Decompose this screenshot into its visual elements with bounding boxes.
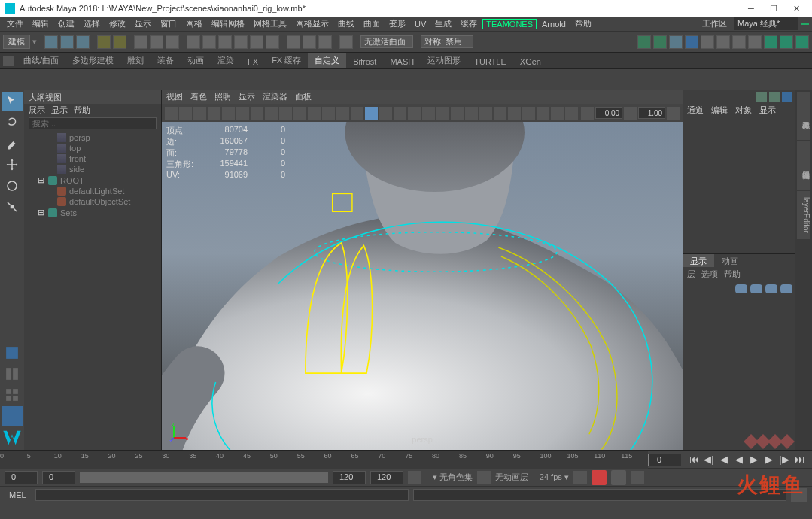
menu-cache[interactable]: 缓存 bbox=[457, 17, 481, 30]
panel-layout-1-icon[interactable] bbox=[701, 35, 714, 49]
vp-field-chart-icon[interactable] bbox=[293, 107, 306, 120]
cb-menu-show[interactable]: 显示 bbox=[759, 105, 776, 115]
render-icon[interactable] bbox=[637, 35, 651, 49]
select-by-component-icon[interactable] bbox=[166, 35, 179, 49]
vp-background-icon[interactable] bbox=[565, 107, 578, 120]
menu-teamones[interactable]: TEAMONES bbox=[482, 19, 537, 29]
lasso-tool[interactable] bbox=[2, 113, 23, 132]
shelf-tab-sculpt[interactable]: 雕刻 bbox=[120, 53, 151, 68]
script-editor-icon[interactable] bbox=[791, 488, 807, 502]
snap-point-icon[interactable] bbox=[218, 35, 232, 49]
vp-aa-icon[interactable] bbox=[465, 107, 478, 120]
snap-grid-icon[interactable] bbox=[187, 35, 200, 49]
outliner-node[interactable]: side bbox=[27, 164, 158, 175]
vp-menu-show[interactable]: 显示 bbox=[239, 91, 255, 103]
menu-edit[interactable]: 编辑 bbox=[29, 17, 53, 30]
fps-field[interactable]: 24 fps ▾ bbox=[540, 472, 569, 482]
toggle-cb-icon-1[interactable] bbox=[756, 92, 767, 102]
vp-ao-icon[interactable] bbox=[436, 107, 449, 120]
isolate-icon[interactable] bbox=[303, 35, 316, 49]
vp-lock-camera-icon[interactable] bbox=[179, 107, 192, 120]
toggle-attribute-icon[interactable] bbox=[780, 35, 793, 49]
outliner-node[interactable]: front bbox=[27, 153, 158, 164]
vp-view-transform-icon[interactable] bbox=[551, 107, 564, 120]
menu-select[interactable]: 选择 bbox=[80, 17, 104, 30]
range-slider-bar[interactable] bbox=[80, 472, 328, 483]
snap-plane-icon[interactable] bbox=[234, 35, 248, 49]
shelf-tab-rigging[interactable]: 装备 bbox=[151, 53, 181, 68]
layout-preset-3[interactable] bbox=[2, 385, 23, 405]
shelf-tab-fx[interactable]: FX bbox=[241, 55, 265, 68]
menu-modify[interactable]: 修改 bbox=[105, 17, 129, 30]
menu-surfaces[interactable]: 曲面 bbox=[360, 17, 384, 30]
shelf-tab-mograph[interactable]: 运动图形 bbox=[421, 53, 467, 68]
highlight-icon[interactable] bbox=[318, 35, 332, 49]
cb-menu-edit[interactable]: 编辑 bbox=[711, 105, 728, 115]
redo-icon[interactable] bbox=[113, 35, 126, 49]
outliner-node[interactable]: defaultObjectSet bbox=[27, 196, 158, 207]
shelf-tab-turtle[interactable]: TURTLE bbox=[467, 55, 513, 68]
shelf-tab-anim[interactable]: 动画 bbox=[181, 53, 211, 68]
select-by-hierarchy-icon[interactable] bbox=[134, 35, 147, 49]
anim-end-field[interactable]: 120 bbox=[370, 471, 403, 484]
toggle-channelbox-icon[interactable] bbox=[764, 35, 777, 49]
snap-center-icon[interactable] bbox=[266, 35, 279, 49]
menu-set-selector[interactable]: 建模 bbox=[3, 35, 30, 49]
outliner-menu-help[interactable]: 帮助 bbox=[74, 105, 90, 115]
undo-icon[interactable] bbox=[97, 35, 111, 49]
construction-history-icon[interactable] bbox=[339, 35, 353, 49]
layer-vis-icon-4[interactable] bbox=[780, 284, 792, 293]
step-forward-key-button[interactable]: |▶ bbox=[777, 453, 791, 466]
playback-end-field[interactable]: 120 bbox=[333, 471, 366, 484]
vp-xray-joints-icon[interactable] bbox=[508, 107, 521, 120]
menu-mesh[interactable]: 网格 bbox=[182, 17, 206, 30]
no-live-surface-field[interactable]: 无激活曲面 bbox=[360, 35, 413, 48]
vp-safe-action-icon[interactable] bbox=[308, 107, 321, 120]
rtab-tool-settings[interactable]: layerEditor bbox=[797, 191, 810, 239]
render-view-icon[interactable] bbox=[669, 35, 683, 49]
menu-create[interactable]: 创建 bbox=[54, 17, 78, 30]
make-live-icon[interactable] bbox=[287, 35, 300, 49]
outliner-node[interactable]: ⊞Sets bbox=[27, 207, 158, 218]
vp-select-camera-icon[interactable] bbox=[165, 107, 178, 120]
layer-key-icon-4[interactable] bbox=[780, 434, 795, 449]
shelf-tab-mash[interactable]: MASH bbox=[383, 55, 421, 68]
rtab-modeling-toolkit[interactable]: 建模工具包 bbox=[797, 92, 810, 140]
go-to-end-button[interactable]: ⏭ bbox=[792, 453, 806, 466]
vp-motion-blur-icon[interactable] bbox=[451, 107, 464, 120]
shelf-tab-xgen[interactable]: XGen bbox=[513, 55, 548, 68]
vp-resolution-gate-icon[interactable] bbox=[265, 107, 278, 120]
menu-windows[interactable]: 窗口 bbox=[157, 17, 181, 30]
close-button[interactable]: ✕ bbox=[785, 1, 807, 16]
tab-anim-layers[interactable]: 动画 bbox=[714, 254, 746, 267]
workspace-selector[interactable]: Maya 经典* bbox=[734, 17, 798, 30]
shelf-tab-custom[interactable]: 自定义 bbox=[308, 53, 346, 68]
vp-bookmark-icon[interactable] bbox=[193, 107, 206, 120]
layer-vis-icon-3[interactable] bbox=[765, 284, 777, 293]
playback-start-field[interactable]: 0 bbox=[42, 471, 75, 484]
vp-gate-mask-icon[interactable] bbox=[279, 107, 292, 120]
anim-layer-label[interactable]: 无动画层 bbox=[495, 472, 528, 483]
layout-preset-2[interactable] bbox=[2, 364, 23, 384]
paint-select-tool[interactable] bbox=[2, 134, 23, 153]
vp-gamma-icon[interactable] bbox=[537, 107, 549, 120]
range-reset-icon[interactable] bbox=[408, 471, 421, 484]
vp-textured-icon[interactable] bbox=[394, 107, 406, 120]
menu-help[interactable]: 帮助 bbox=[571, 17, 595, 30]
play-forward-button[interactable]: ▶ bbox=[747, 453, 761, 466]
character-set-icon[interactable] bbox=[477, 471, 491, 484]
outliner-node[interactable]: ⊞ROOT bbox=[27, 175, 158, 186]
step-back-key-button[interactable]: ◀| bbox=[702, 453, 716, 466]
vp-xray-icon[interactable] bbox=[494, 107, 506, 120]
command-input[interactable] bbox=[35, 489, 409, 501]
vp-grid-icon[interactable] bbox=[236, 107, 249, 120]
last-tool[interactable] bbox=[2, 218, 23, 238]
le-menu-layers[interactable]: 层 bbox=[687, 269, 695, 280]
menu-editmesh[interactable]: 编辑网格 bbox=[208, 17, 248, 30]
snap-curve-icon[interactable] bbox=[202, 35, 216, 49]
vp-menu-shading[interactable]: 着色 bbox=[190, 91, 207, 103]
vp-wireframe-icon[interactable] bbox=[336, 107, 349, 120]
vp-shadows-icon[interactable] bbox=[422, 107, 435, 120]
cb-menu-object[interactable]: 对象 bbox=[735, 105, 752, 115]
minimize-button[interactable]: ─ bbox=[740, 1, 762, 16]
